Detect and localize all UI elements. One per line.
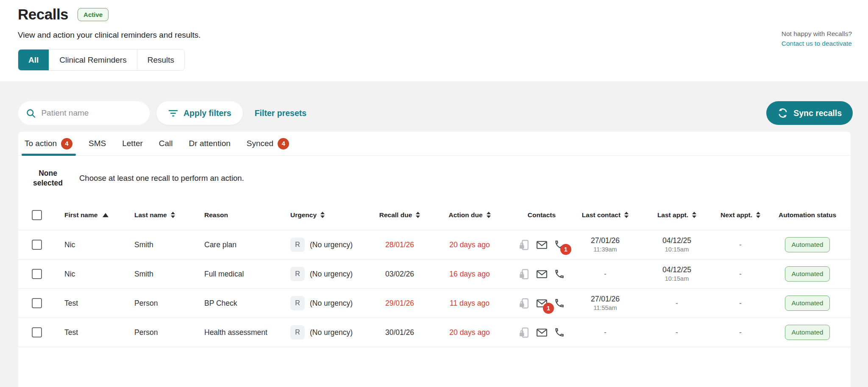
view-tab-clinical-reminders[interactable]: Clinical Reminders bbox=[49, 50, 136, 70]
header-last-contact[interactable]: Last contact bbox=[573, 211, 637, 219]
apply-filters-button[interactable]: Apply filters bbox=[156, 101, 243, 125]
cell-last-name: Person bbox=[121, 328, 191, 337]
selection-message: Choose at least one recall to perform an… bbox=[79, 174, 244, 183]
cell-recall-due: 30/01/26 bbox=[370, 328, 429, 337]
last-contact-time: 11:55am bbox=[593, 304, 617, 312]
tab-sms[interactable]: SMS bbox=[89, 132, 106, 155]
tab-synced[interactable]: Synced 4 bbox=[247, 132, 289, 155]
cell-automation-status: Automated bbox=[764, 237, 851, 252]
selection-count: None selected bbox=[28, 169, 68, 188]
sms-locked-icon[interactable] bbox=[518, 268, 530, 280]
cell-last-contact: - bbox=[573, 270, 637, 279]
row-checkbox[interactable] bbox=[32, 269, 42, 279]
deactivate-link[interactable]: Contact us to deactivate bbox=[782, 39, 852, 48]
cell-action-due: 11 days ago bbox=[429, 299, 510, 308]
cell-automation-status: Automated bbox=[764, 296, 851, 311]
header-last-name-label: Last name bbox=[134, 211, 167, 219]
search-input[interactable] bbox=[41, 108, 142, 118]
cell-last-contact: 27/01/26 11:39am bbox=[573, 236, 637, 254]
table-header: First name Last name Reason Urgency Reca… bbox=[18, 200, 851, 230]
sort-asc-icon bbox=[103, 213, 108, 217]
sync-recalls-button[interactable]: Sync recalls bbox=[766, 101, 853, 125]
row-checkbox[interactable] bbox=[32, 327, 42, 337]
cell-last-appt: - bbox=[637, 299, 717, 308]
email-icon[interactable] bbox=[536, 268, 548, 280]
header-action-due[interactable]: Action due bbox=[429, 211, 510, 219]
email-icon[interactable]: 1 bbox=[536, 298, 548, 309]
call-icon[interactable] bbox=[554, 298, 565, 309]
select-all-checkbox[interactable] bbox=[32, 210, 42, 220]
tab-to-action-label: To action bbox=[25, 139, 57, 148]
tab-to-action[interactable]: To action 4 bbox=[25, 132, 72, 155]
email-icon[interactable] bbox=[536, 327, 548, 338]
view-tab-all[interactable]: All bbox=[18, 50, 49, 70]
cell-contacts: 1 bbox=[510, 298, 573, 309]
cell-reason: Full medical bbox=[191, 270, 277, 279]
synced-count-badge: 4 bbox=[278, 138, 289, 149]
row-checkbox[interactable] bbox=[32, 298, 42, 308]
row-checkbox[interactable] bbox=[32, 240, 42, 250]
header-urgency[interactable]: Urgency bbox=[277, 211, 370, 219]
cell-action-due: 20 days ago bbox=[429, 328, 510, 337]
call-icon[interactable] bbox=[554, 327, 565, 338]
urgency-label: (No urgency) bbox=[310, 240, 353, 249]
cell-urgency: R (No urgency) bbox=[277, 238, 370, 252]
tab-letter-label: Letter bbox=[122, 139, 143, 148]
sort-icon bbox=[487, 212, 491, 218]
sms-locked-icon[interactable] bbox=[518, 239, 530, 251]
table-row: Nic Smith Care plan R (No urgency) 28/01… bbox=[18, 230, 851, 260]
header-last-contact-label: Last contact bbox=[582, 211, 620, 219]
cell-last-contact: 27/01/26 11:55am bbox=[573, 294, 637, 312]
urgency-label: (No urgency) bbox=[310, 270, 353, 279]
urgency-label: (No urgency) bbox=[310, 328, 353, 337]
header-last-appt-label: Last appt. bbox=[657, 211, 688, 219]
cell-next-appt: - bbox=[717, 299, 764, 308]
call-icon[interactable]: 1 bbox=[554, 239, 565, 250]
tab-call[interactable]: Call bbox=[159, 132, 173, 155]
cell-last-appt: - bbox=[637, 328, 717, 337]
cell-first-name: Test bbox=[51, 328, 121, 337]
urgency-code-chip: R bbox=[290, 296, 305, 310]
to-action-count-badge: 4 bbox=[61, 138, 72, 149]
call-count-badge: 1 bbox=[560, 244, 571, 255]
sync-recalls-label: Sync recalls bbox=[793, 108, 842, 118]
content-section: Apply filters Filter presets Sync recall… bbox=[0, 81, 868, 387]
header-next-appt[interactable]: Next appt. bbox=[717, 211, 764, 219]
sms-locked-icon[interactable] bbox=[518, 298, 530, 309]
cell-last-name: Smith bbox=[121, 240, 191, 249]
last-appt-date: 04/12/25 bbox=[662, 236, 691, 246]
cell-first-name: Nic bbox=[51, 270, 121, 279]
status-badge: Active bbox=[78, 8, 108, 21]
cell-first-name: Nic bbox=[51, 240, 121, 249]
view-tab-results[interactable]: Results bbox=[137, 50, 184, 70]
tab-letter[interactable]: Letter bbox=[122, 132, 143, 155]
last-contact-time: 11:39am bbox=[593, 246, 617, 254]
cell-last-name: Smith bbox=[121, 270, 191, 279]
header-automation-status-label: Automation status bbox=[779, 211, 836, 219]
sms-locked-icon[interactable] bbox=[518, 327, 530, 338]
sort-icon bbox=[624, 212, 629, 218]
urgency-code-chip: R bbox=[290, 267, 305, 281]
cell-next-appt: - bbox=[717, 270, 764, 279]
call-icon[interactable] bbox=[554, 268, 565, 279]
urgency-code-chip: R bbox=[290, 238, 305, 252]
header-action-due-label: Action due bbox=[448, 211, 482, 219]
deactivate-block: Not happy with Recalls? Contact us to de… bbox=[782, 29, 852, 48]
header-last-name[interactable]: Last name bbox=[121, 211, 191, 219]
last-appt-time: 10:15am bbox=[665, 275, 689, 283]
header-reason-label: Reason bbox=[204, 211, 228, 219]
cell-action-due: 20 days ago bbox=[429, 240, 510, 249]
table-row: Test Person BP Check R (No urgency) 29/0… bbox=[18, 289, 851, 318]
header-first-name[interactable]: First name bbox=[51, 211, 121, 219]
header-recall-due[interactable]: Recall due bbox=[370, 211, 429, 219]
tab-dr-attention[interactable]: Dr attention bbox=[189, 132, 231, 155]
sort-icon bbox=[756, 212, 760, 218]
sort-icon bbox=[692, 212, 696, 218]
tab-dr-attention-label: Dr attention bbox=[189, 139, 231, 148]
automation-status-chip: Automated bbox=[785, 266, 830, 282]
email-icon[interactable] bbox=[536, 239, 548, 251]
header-last-appt[interactable]: Last appt. bbox=[637, 211, 717, 219]
urgency-label: (No urgency) bbox=[310, 299, 353, 308]
filter-icon bbox=[168, 108, 178, 119]
filter-presets-link[interactable]: Filter presets bbox=[255, 108, 306, 118]
